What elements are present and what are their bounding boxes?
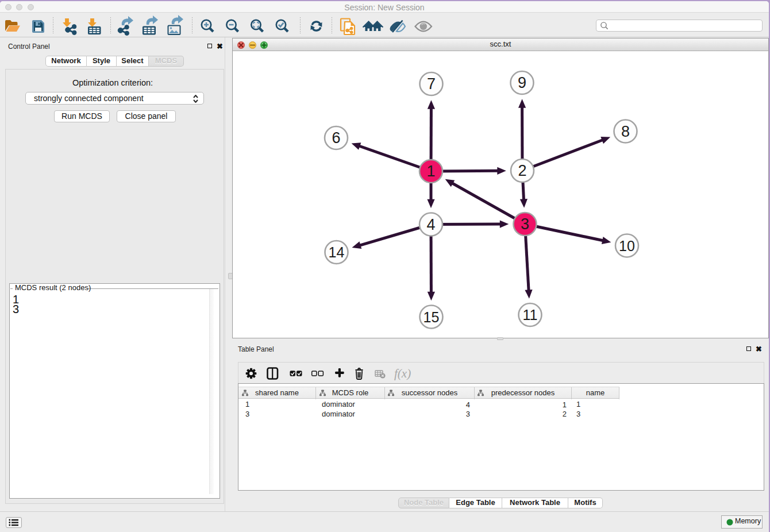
- svg-text:7: 7: [427, 75, 436, 92]
- svg-text:4: 4: [426, 216, 435, 233]
- svg-text:10: 10: [619, 238, 635, 254]
- svg-text:3: 3: [521, 215, 529, 233]
- svg-text:2: 2: [518, 162, 526, 179]
- svg-text:1: 1: [426, 163, 435, 180]
- svg-text:f(x): f(x): [394, 367, 411, 380]
- svg-text:6: 6: [332, 129, 340, 147]
- svg-text:8: 8: [621, 123, 630, 140]
- svg-text:9: 9: [518, 74, 526, 91]
- svg-text:15: 15: [424, 309, 440, 325]
- svg-text:14: 14: [329, 244, 345, 260]
- svg-text:11: 11: [523, 307, 538, 323]
